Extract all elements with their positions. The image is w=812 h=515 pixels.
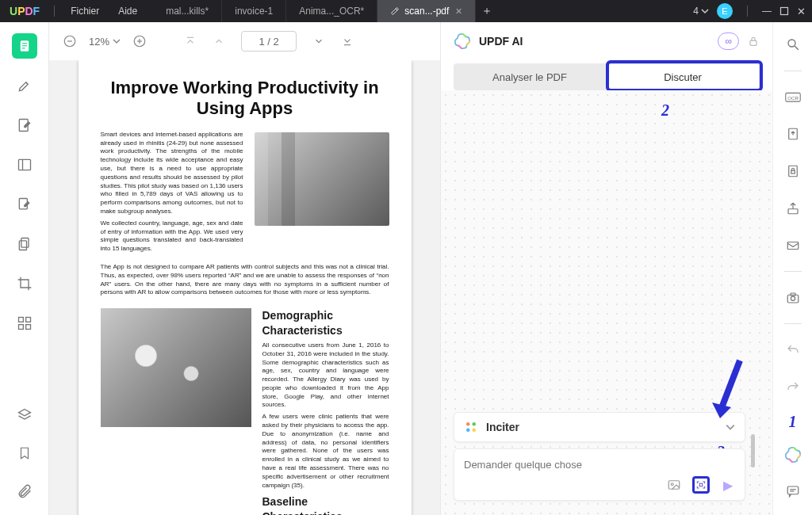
- svg-text:OCR: OCR: [787, 95, 799, 101]
- ai-tab-analyze[interactable]: Analyser le PDF: [454, 63, 606, 90]
- zoom-in-icon: [132, 34, 147, 48]
- svg-point-26: [473, 429, 477, 433]
- window-minimize[interactable]: —: [762, 6, 772, 17]
- grid-tool-button[interactable]: [12, 311, 37, 336]
- chevron-down-icon: [701, 7, 709, 15]
- svg-rect-42: [787, 486, 799, 494]
- ai-toggle-button[interactable]: [780, 442, 806, 467]
- doc-tab[interactable]: invoice-1: [222, 0, 286, 22]
- paragraph: Smart devices and internet-based applica…: [101, 131, 243, 216]
- mail-icon: [786, 238, 800, 253]
- note-tool-button[interactable]: [12, 192, 37, 217]
- svg-rect-38: [787, 242, 799, 249]
- image-button[interactable]: [665, 476, 683, 494]
- doc-pane[interactable]: Improve Working Productivity in Using Ap…: [49, 60, 440, 515]
- paperclip-icon: [17, 483, 33, 499]
- undo-button[interactable]: [780, 338, 806, 361]
- inciter-dropdown[interactable]: Inciter: [454, 412, 745, 442]
- add-tab-button[interactable]: ＋: [476, 0, 498, 22]
- lock-icon[interactable]: [747, 35, 760, 48]
- doc-tab[interactable]: mal...kills*: [153, 0, 222, 22]
- svg-rect-6: [18, 159, 30, 170]
- highlight-tool-button[interactable]: [12, 73, 37, 98]
- sidebar-icon: [17, 157, 33, 173]
- menu-help[interactable]: Aide: [118, 6, 137, 17]
- comments-button[interactable]: [780, 479, 806, 504]
- updf-ai-icon: [784, 446, 802, 464]
- crop-tool-button[interactable]: [12, 271, 37, 296]
- send-button[interactable]: ▶: [719, 476, 737, 494]
- app-logo: UPDF: [10, 5, 40, 17]
- screenshot-button[interactable]: [692, 476, 710, 494]
- grid-icon: [17, 315, 33, 331]
- zoom-out-button[interactable]: [60, 32, 79, 51]
- prev-page-button[interactable]: [209, 32, 228, 51]
- page-tool-button[interactable]: [12, 33, 37, 59]
- bookmark-button[interactable]: [12, 441, 37, 466]
- zoom-in-button[interactable]: [130, 32, 149, 51]
- protect-button[interactable]: [780, 160, 806, 183]
- pdf-page: Improve Working Productivity in Using Ap…: [79, 60, 412, 515]
- panel-tool-button[interactable]: [12, 152, 37, 177]
- copy-tool-button[interactable]: [12, 231, 37, 257]
- close-icon[interactable]: ✕: [455, 6, 462, 17]
- menu-file[interactable]: Fichier: [71, 6, 99, 17]
- doc-heading: Baseline Characteristics: [262, 494, 389, 515]
- updf-ai-logo-icon: [454, 32, 471, 50]
- tab-count[interactable]: 4: [693, 6, 709, 17]
- chevron-down-icon: [313, 36, 324, 47]
- export-button[interactable]: [780, 123, 806, 146]
- share-icon: [786, 201, 800, 216]
- redo-button[interactable]: [780, 376, 806, 399]
- page-indicator[interactable]: 1 / 2: [241, 31, 297, 52]
- document-tabs: mal...kills* invoice-1 Anima..._OCR* sca…: [153, 0, 693, 22]
- doc-tab[interactable]: Anima..._OCR*: [286, 0, 377, 22]
- svg-rect-4: [22, 48, 25, 48]
- zoom-out-icon: [63, 34, 77, 48]
- ai-panel-title: UPDF AI: [479, 35, 710, 48]
- svg-rect-3: [22, 45, 27, 46]
- layers-icon: [17, 407, 33, 423]
- text-tool-button[interactable]: [12, 113, 37, 138]
- mail-button[interactable]: [780, 235, 806, 258]
- chevron-up-bar-icon: [185, 36, 196, 47]
- paragraph: A few users were clinic patients that we…: [262, 413, 389, 490]
- search-button[interactable]: [780, 33, 806, 56]
- export-icon: [786, 127, 800, 141]
- svg-rect-29: [699, 483, 703, 486]
- svg-rect-22: [750, 40, 756, 45]
- ai-ask-input[interactable]: [464, 459, 735, 471]
- first-page-button[interactable]: [181, 32, 200, 51]
- svg-rect-35: [788, 166, 797, 177]
- camera-icon: [786, 291, 800, 305]
- shield-lock-icon: [786, 164, 800, 178]
- search-icon: [786, 37, 800, 52]
- ocr-button[interactable]: OCR: [780, 86, 806, 109]
- share-button[interactable]: [780, 197, 806, 220]
- svg-point-25: [466, 429, 470, 433]
- zoom-dropdown[interactable]: 12%: [89, 36, 121, 48]
- svg-rect-41: [791, 293, 795, 296]
- window-close[interactable]: ✕: [797, 6, 806, 17]
- doc-title: Improve Working Productivity in Using Ap…: [101, 78, 389, 120]
- ai-ask-box: ▶: [454, 448, 745, 501]
- svg-rect-9: [21, 238, 28, 248]
- chevron-down-bar-icon: [342, 36, 353, 47]
- layers-button[interactable]: [12, 402, 37, 428]
- svg-rect-37: [788, 209, 798, 214]
- save-image-button[interactable]: [780, 286, 806, 309]
- window-maximize[interactable]: [779, 6, 789, 16]
- svg-point-24: [473, 422, 477, 426]
- last-page-button[interactable]: [338, 32, 357, 51]
- photo-conference: [255, 132, 389, 226]
- svg-rect-2: [22, 43, 27, 44]
- scrollbar-thumb[interactable]: [751, 434, 755, 467]
- annotation-label-2: 2: [661, 101, 669, 120]
- next-page-button[interactable]: [309, 32, 328, 51]
- doc-tab-active[interactable]: scan...-pdf ✕: [377, 0, 476, 22]
- ai-body: 2 Inciter 3 ▶: [441, 90, 772, 515]
- ai-tab-discuss[interactable]: Discuter: [606, 63, 760, 90]
- infinity-button[interactable]: ∞: [718, 32, 739, 50]
- attachment-button[interactable]: [12, 479, 37, 504]
- avatar[interactable]: E: [717, 3, 733, 19]
